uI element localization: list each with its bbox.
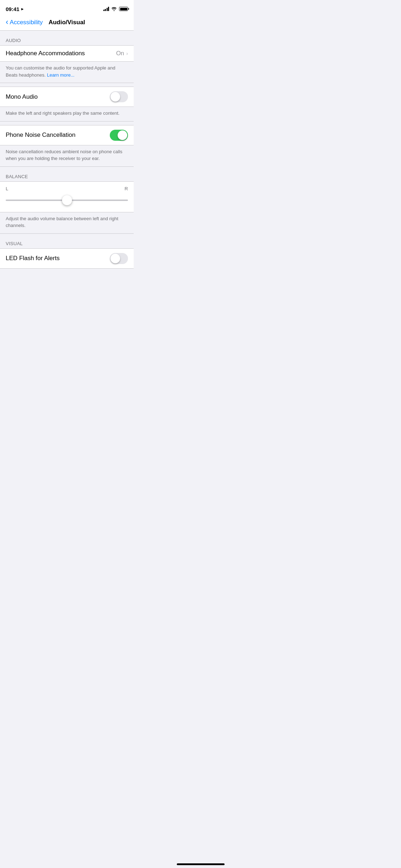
led-flash-row: LED Flash for Alerts (0, 249, 134, 268)
led-flash-toggle-knob (110, 254, 120, 263)
time-display: 09:41 (6, 6, 19, 12)
balance-labels: L R (6, 185, 128, 194)
chevron-right-icon: › (126, 51, 128, 56)
battery-icon (119, 7, 128, 11)
headphone-accommodations-row[interactable]: Headphone Accommodations On › (0, 46, 134, 61)
content: AUDIO Headphone Accommodations On › You … (0, 31, 134, 269)
signal-bars-icon (103, 7, 109, 11)
led-flash-toggle[interactable] (110, 253, 128, 264)
led-flash-label: LED Flash for Alerts (6, 255, 60, 262)
spacer-1 (0, 83, 134, 87)
headphone-accommodations-label: Headphone Accommodations (6, 50, 85, 57)
headphone-accommodations-value: On (116, 50, 124, 57)
phone-noise-toggle-knob (118, 130, 127, 140)
balance-section-header: BALANCE (0, 167, 134, 181)
nav-header: ‹ Accessibility Audio/Visual (0, 16, 134, 31)
balance-right-label: R (125, 186, 128, 191)
status-bar: 09:41 ► (0, 0, 134, 16)
learn-more-link[interactable]: Learn more... (47, 72, 74, 78)
mono-audio-toggle-knob (110, 92, 120, 102)
phone-noise-description: Noise cancellation reduces ambient noise… (0, 145, 134, 167)
headphone-accommodations-right: On › (116, 50, 128, 57)
back-button[interactable]: ‹ Accessibility (6, 19, 43, 26)
headphone-description: You can customise the audio for supporte… (0, 62, 134, 83)
headphone-accommodations-group: Headphone Accommodations On › (0, 45, 134, 62)
phone-noise-label: Phone Noise Cancellation (6, 131, 76, 139)
mono-audio-label: Mono Audio (6, 93, 38, 100)
balance-left-label: L (6, 186, 8, 191)
mono-audio-group: Mono Audio (0, 87, 134, 107)
visual-section-header: VISUAL (0, 234, 134, 248)
mono-audio-description: Make the left and right speakers play th… (0, 107, 134, 122)
back-chevron-icon: ‹ (6, 18, 8, 26)
mono-audio-row: Mono Audio (0, 87, 134, 107)
audio-section-header: AUDIO (0, 31, 134, 45)
balance-description: Adjust the audio volume balance between … (0, 212, 134, 234)
balance-slider[interactable] (6, 194, 128, 206)
mono-audio-description-text: Make the left and right speakers play th… (6, 110, 119, 116)
slider-thumb[interactable] (62, 195, 72, 205)
status-icons (103, 7, 128, 11)
led-flash-group: LED Flash for Alerts (0, 248, 134, 269)
mono-audio-toggle[interactable] (110, 91, 128, 102)
location-icon: ► (20, 7, 24, 11)
phone-noise-group: Phone Noise Cancellation (0, 125, 134, 145)
balance-section: L R (0, 181, 134, 212)
page-title: Audio/Visual (48, 19, 85, 26)
back-label[interactable]: Accessibility (10, 19, 43, 26)
wifi-icon (111, 7, 117, 11)
slider-track (6, 200, 128, 201)
phone-noise-row: Phone Noise Cancellation (0, 125, 134, 145)
status-time: 09:41 ► (6, 6, 24, 12)
balance-description-text: Adjust the audio volume balance between … (6, 216, 118, 228)
spacer-2 (0, 122, 134, 125)
phone-noise-description-text: Noise cancellation reduces ambient noise… (6, 149, 122, 161)
phone-noise-toggle[interactable] (110, 130, 128, 141)
